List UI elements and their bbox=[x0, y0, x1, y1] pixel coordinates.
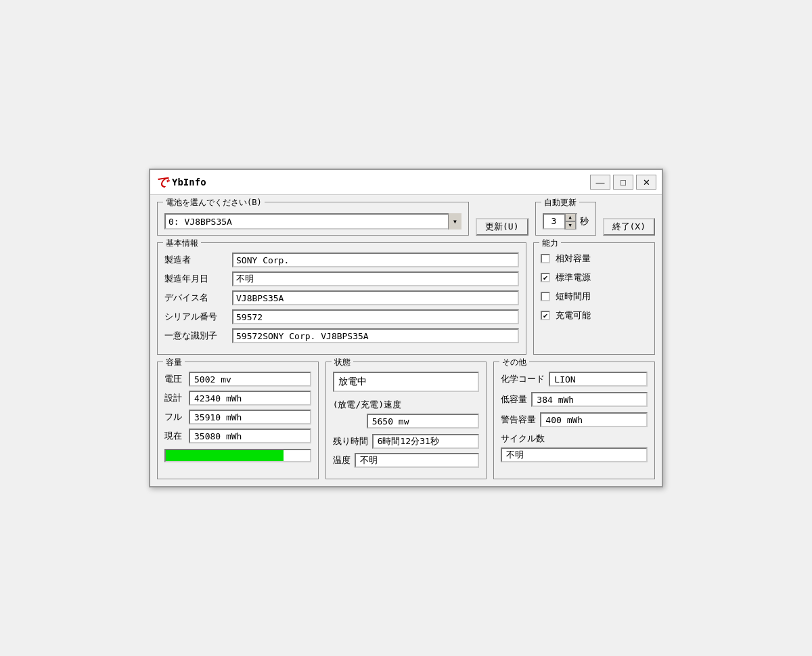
capability-label-0: 相対容量 bbox=[556, 253, 591, 265]
info-row-uid: 一意な識別子 59572SONY Corp. VJ8BPS35A bbox=[164, 328, 519, 343]
info-row-device-name: デバイス名 VJ8BPS35A bbox=[164, 290, 519, 305]
battery-select-group: 電池を選んでください(B) 0: VJ8BPS35A ▼ bbox=[157, 202, 469, 236]
update-button[interactable]: 更新(U) bbox=[476, 218, 528, 236]
capability-label-1: 標準電源 bbox=[556, 271, 591, 284]
capability-items: 相対容量 ✔ 標準電源 短時間用 ✔ 充電可能 bbox=[541, 253, 648, 322]
titlebar-buttons: — □ ✕ bbox=[590, 175, 656, 190]
checkbox-rechargeable[interactable]: ✔ bbox=[541, 311, 550, 320]
info-row-manufacturer: 製造者 SONY Corp. bbox=[164, 253, 519, 267]
status-group: 状態 放電中 (放電/充電)速度 5650 mw 残り時間 6時間12分31秒 … bbox=[325, 362, 487, 479]
battery-bar-container bbox=[164, 449, 311, 462]
capacity-row-voltage: 電圧 5002 mv bbox=[164, 372, 311, 387]
auto-update-group: 自動更新 3 ▲ ▼ 秒 bbox=[535, 202, 596, 236]
uid-value: 59572SONY Corp. VJ8BPS35A bbox=[232, 328, 519, 343]
full-value: 35910 mWh bbox=[189, 410, 311, 424]
temperature-row: 温度 不明 bbox=[333, 453, 480, 468]
capability-label-2: 短時間用 bbox=[556, 290, 591, 303]
info-row-manufacture-date: 製造年月日 不明 bbox=[164, 271, 519, 286]
capacity-group: 容量 電圧 5002 mv 設計 42340 mWh フル 35910 mWh … bbox=[157, 362, 319, 479]
info-row-serial: シリアル番号 59572 bbox=[164, 309, 519, 324]
checkbox-relative-capacity[interactable] bbox=[541, 254, 550, 263]
remaining-row: 残り時間 6時間12分31秒 bbox=[333, 434, 480, 449]
basic-info-legend: 基本情報 bbox=[163, 238, 201, 249]
bottom-section: 容量 電圧 5002 mv 設計 42340 mWh フル 35910 mWh … bbox=[157, 362, 655, 479]
current-value: 35080 mWh bbox=[189, 429, 311, 443]
other-legend: その他 bbox=[499, 357, 529, 368]
current-label: 現在 bbox=[164, 430, 189, 442]
minimize-button[interactable]: — bbox=[590, 175, 610, 190]
battery-select-legend: 電池を選んでください(B) bbox=[163, 197, 265, 209]
capacity-row-design: 設計 42340 mWh bbox=[164, 391, 311, 406]
chem-label: 化学コード bbox=[501, 373, 545, 385]
low-row: 低容量 384 mWh bbox=[501, 392, 648, 407]
app-icon: で bbox=[156, 174, 168, 190]
spinner-wrapper: 3 ▲ ▼ bbox=[543, 213, 577, 229]
middle-section: 基本情報 製造者 SONY Corp. 製造年月日 不明 デバイス名 bbox=[157, 242, 655, 355]
device-name-value: VJ8BPS35A bbox=[232, 290, 519, 305]
capability-item-0: 相対容量 bbox=[541, 253, 648, 265]
basic-info-group: 基本情報 製造者 SONY Corp. 製造年月日 不明 デバイス名 bbox=[157, 242, 526, 355]
status-value-box: 放電中 bbox=[333, 372, 480, 392]
battery-dropdown-wrapper: 0: VJ8BPS35A ▼ bbox=[164, 213, 461, 229]
low-label: 低容量 bbox=[501, 393, 527, 406]
uid-label: 一意な識別子 bbox=[164, 330, 232, 342]
manufacture-date-label: 製造年月日 bbox=[164, 273, 232, 285]
voltage-value: 5002 mv bbox=[189, 372, 311, 387]
checkbox-short-term[interactable] bbox=[541, 292, 550, 301]
remaining-value: 6時間12分31秒 bbox=[372, 434, 480, 449]
spinner-buttons: ▲ ▼ bbox=[564, 213, 576, 229]
top-bar: 電池を選んでください(B) 0: VJ8BPS35A ▼ 更新(U) 自動更新 … bbox=[157, 202, 655, 236]
serial-label: シリアル番号 bbox=[164, 311, 232, 323]
capability-item-2: 短時間用 bbox=[541, 290, 648, 303]
main-window: で YbInfo — □ ✕ 電池を選んでください(B) 0: VJ8BPS35… bbox=[149, 169, 663, 487]
device-name-label: デバイス名 bbox=[164, 292, 232, 304]
other-group: その他 化学コード LION 低容量 384 mWh 警告容量 400 mWh … bbox=[493, 362, 655, 479]
status-legend: 状態 bbox=[332, 357, 353, 368]
design-value: 42340 mWh bbox=[189, 391, 311, 406]
battery-dropdown[interactable]: 0: VJ8BPS35A bbox=[164, 213, 461, 229]
capacity-legend: 容量 bbox=[163, 357, 185, 368]
warn-value: 400 mWh bbox=[540, 412, 648, 427]
cycle-label: サイクル数 bbox=[501, 433, 648, 445]
capability-label-3: 充電可能 bbox=[556, 309, 591, 322]
spinner-down-button[interactable]: ▼ bbox=[565, 221, 576, 229]
battery-bar-fill bbox=[166, 450, 284, 461]
window-title: YbInfo bbox=[172, 177, 206, 188]
capability-group: 能力 相対容量 ✔ 標準電源 短時間用 bbox=[533, 242, 655, 355]
cycle-section: サイクル数 不明 bbox=[501, 433, 648, 462]
manufacturer-label: 製造者 bbox=[164, 254, 232, 266]
capability-item-1: ✔ 標準電源 bbox=[541, 271, 648, 284]
speed-value: 5650 mw bbox=[367, 414, 480, 429]
battery-select-row: 0: VJ8BPS35A ▼ bbox=[164, 213, 461, 229]
auto-update-row: 3 ▲ ▼ 秒 bbox=[543, 213, 589, 229]
temperature-value: 不明 bbox=[355, 453, 480, 468]
warn-row: 警告容量 400 mWh bbox=[501, 412, 648, 427]
chem-row: 化学コード LION bbox=[501, 372, 648, 387]
warn-label: 警告容量 bbox=[501, 414, 536, 426]
auto-update-unit: 秒 bbox=[580, 215, 589, 227]
manufacturer-value: SONY Corp. bbox=[232, 253, 519, 267]
serial-value: 59572 bbox=[232, 309, 519, 324]
titlebar: で YbInfo — □ ✕ bbox=[150, 170, 662, 195]
capability-legend: 能力 bbox=[539, 238, 561, 249]
cycle-value: 不明 bbox=[501, 447, 648, 462]
full-label: フル bbox=[164, 411, 189, 423]
checkbox-standard-power[interactable]: ✔ bbox=[541, 273, 550, 282]
remaining-label: 残り時間 bbox=[333, 435, 368, 447]
capacity-row-full: フル 35910 mWh bbox=[164, 410, 311, 424]
low-value: 384 mWh bbox=[531, 392, 648, 407]
manufacture-date-value: 不明 bbox=[232, 271, 519, 286]
speed-label: (放電/充電)速度 bbox=[333, 399, 480, 411]
design-label: 設計 bbox=[164, 392, 189, 404]
spinner-value: 3 bbox=[544, 213, 564, 229]
content-area: 電池を選んでください(B) 0: VJ8BPS35A ▼ 更新(U) 自動更新 … bbox=[150, 195, 662, 486]
voltage-label: 電圧 bbox=[164, 373, 189, 385]
auto-update-legend: 自動更新 bbox=[541, 197, 579, 209]
maximize-button[interactable]: □ bbox=[613, 175, 633, 190]
spinner-up-button[interactable]: ▲ bbox=[565, 213, 576, 221]
titlebar-left: で YbInfo bbox=[156, 174, 206, 190]
temperature-label: 温度 bbox=[333, 454, 351, 466]
close-button[interactable]: ✕ bbox=[636, 175, 656, 190]
exit-button[interactable]: 終了(X) bbox=[603, 218, 655, 236]
capacity-row-current: 現在 35080 mWh bbox=[164, 429, 311, 443]
